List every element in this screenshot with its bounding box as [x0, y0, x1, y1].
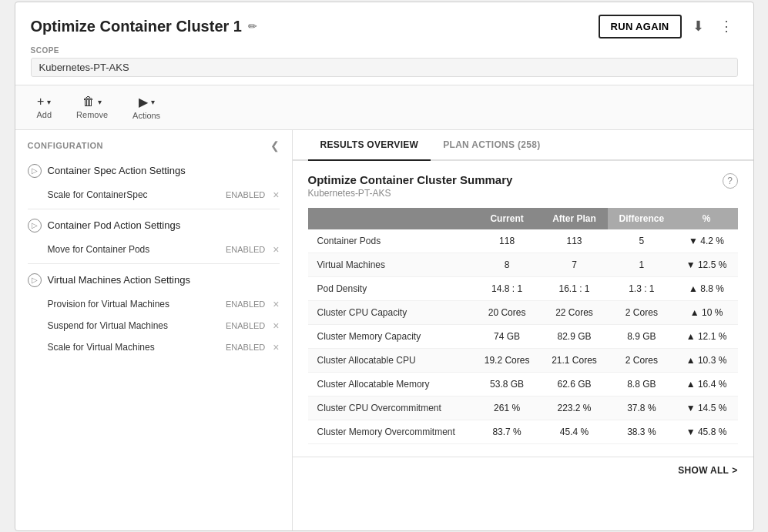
- cell-current: 53.8 GB: [473, 372, 540, 396]
- summary-table: Current After Plan Difference % Containe…: [308, 208, 738, 444]
- cell-after: 113: [541, 229, 608, 253]
- cell-current: 83.7 %: [473, 420, 540, 443]
- remove-item-button[interactable]: ×: [273, 342, 279, 353]
- tab-results-overview[interactable]: RESULTS OVERVIEW: [308, 130, 431, 161]
- cell-diff: 2 Cores: [608, 348, 675, 372]
- section-header-container-pod[interactable]: ▷ Container Pod Action Settings: [15, 212, 292, 239]
- cell-pct: ▼ 12.5 %: [676, 253, 738, 276]
- actions-icon: ▶: [139, 95, 148, 109]
- collapse-button[interactable]: ❮: [270, 139, 280, 152]
- edit-icon[interactable]: ✏: [248, 20, 257, 32]
- summary-subtitle: Kubernetes-PT-AKS: [308, 188, 513, 199]
- actions-button[interactable]: ▶ ▾ Actions: [126, 92, 166, 123]
- cell-metric: Cluster CPU Capacity: [308, 300, 474, 324]
- item-name-scale-vm: Scale for Virtual Machines: [48, 342, 155, 353]
- table-body: Container Pods1181135▼ 4.2 %Virtual Mach…: [308, 229, 738, 444]
- section-virtual-machines: ▷ Virtual Machines Action Settings Provi…: [15, 267, 292, 358]
- section-container-pod: ▷ Container Pod Action Settings Move for…: [15, 212, 292, 260]
- cell-metric: Cluster Memory Capacity: [308, 324, 474, 348]
- scope-label: SCOPE: [31, 46, 738, 55]
- remove-item-button[interactable]: ×: [273, 244, 279, 255]
- actions-label: Actions: [132, 111, 160, 120]
- enabled-badge: ENABLED: [226, 299, 265, 309]
- table-row: Cluster CPU Capacity20 Cores22 Cores2 Co…: [308, 300, 738, 324]
- section-icon-container-spec: ▷: [28, 164, 42, 178]
- cell-diff: 1: [608, 253, 675, 276]
- list-item: Provision for Virtual Machines ENABLED ×: [15, 293, 292, 315]
- run-again-button[interactable]: RUN AGAIN: [599, 15, 682, 38]
- item-name-provision-vm: Provision for Virtual Machines: [48, 299, 170, 309]
- show-all-button[interactable]: SHOW ALL >: [678, 465, 737, 476]
- cell-after: 82.9 GB: [541, 324, 608, 348]
- col-header-after: After Plan: [541, 208, 608, 229]
- section-header-virtual-machines[interactable]: ▷ Virtual Machines Action Settings: [15, 267, 292, 293]
- cell-diff: 5: [608, 229, 675, 253]
- item-name-move-containerpods: Move for Container Pods: [48, 244, 150, 255]
- cell-current: 20 Cores: [473, 300, 540, 324]
- section-container-spec: ▷ Container Spec Action Settings Scale f…: [15, 158, 292, 206]
- enabled-badge: ENABLED: [226, 245, 265, 254]
- list-item: Move for Container Pods ENABLED ×: [15, 239, 292, 260]
- cell-pct: ▲ 10.3 %: [676, 348, 738, 372]
- remove-item-button[interactable]: ×: [273, 320, 279, 331]
- summary: Optimize Container Cluster Summary Kuber…: [293, 161, 753, 457]
- cell-diff: 38.3 %: [608, 420, 675, 443]
- cell-pct: ▼ 45.8 %: [676, 420, 738, 443]
- enabled-badge: ENABLED: [226, 190, 265, 199]
- scope-section: SCOPE Kubernetes-PT-AKS: [31, 46, 738, 77]
- table-row: Cluster CPU Overcommitment261 %223.2 %37…: [308, 396, 738, 420]
- section-icon-container-pod: ▷: [28, 219, 42, 233]
- col-header-current: Current: [473, 208, 540, 229]
- tab-plan-actions[interactable]: PLAN ACTIONS (258): [431, 130, 552, 161]
- cell-pct: ▼ 4.2 %: [676, 229, 738, 253]
- cell-metric: Pod Density: [308, 276, 474, 300]
- content: CONFIGURATION ❮ ▷ Container Spec Action …: [15, 130, 753, 530]
- table-row: Container Pods1181135▼ 4.2 %: [308, 229, 738, 253]
- cell-current: 14.8 : 1: [473, 276, 540, 300]
- remove-item-button[interactable]: ×: [273, 299, 279, 309]
- section-header-container-spec[interactable]: ▷ Container Spec Action Settings: [15, 158, 292, 184]
- cell-metric: Cluster Allocatable Memory: [308, 372, 474, 396]
- cell-pct: ▲ 8.8 %: [676, 276, 738, 300]
- summary-title: Optimize Container Cluster Summary: [308, 173, 513, 186]
- cell-current: 19.2 Cores: [473, 348, 540, 372]
- add-button[interactable]: + ▾ Add: [31, 92, 59, 122]
- remove-item-button[interactable]: ×: [273, 189, 279, 200]
- page-title: Optimize Container Cluster 1: [31, 18, 243, 35]
- table-row: Cluster Memory Overcommitment83.7 %45.4 …: [308, 420, 738, 443]
- col-header-pct: %: [676, 208, 738, 229]
- list-item: Scale for ContainerSpec ENABLED ×: [15, 184, 292, 206]
- cell-current: 74 GB: [473, 324, 540, 348]
- cell-pct: ▲ 10 %: [676, 300, 738, 324]
- cell-pct: ▲ 12.1 %: [676, 324, 738, 348]
- remove-button[interactable]: 🗑 ▾ Remove: [70, 92, 114, 122]
- more-options-button[interactable]: ⋮: [715, 15, 738, 38]
- cell-metric: Container Pods: [308, 229, 474, 253]
- cell-diff: 1.3 : 1: [608, 276, 675, 300]
- cell-diff: 8.8 GB: [608, 372, 675, 396]
- header-actions: RUN AGAIN ⬇ ⋮: [599, 15, 738, 38]
- table-row: Pod Density14.8 : 116.1 : 11.3 : 1▲ 8.8 …: [308, 276, 738, 300]
- show-all-row: SHOW ALL >: [293, 457, 753, 483]
- col-header-difference: Difference: [608, 208, 675, 229]
- cell-pct: ▼ 14.5 %: [676, 396, 738, 420]
- list-item: Scale for Virtual Machines ENABLED ×: [15, 336, 292, 358]
- section-title-container-spec: Container Spec Action Settings: [48, 165, 186, 176]
- cell-after: 45.4 %: [541, 420, 608, 443]
- right-panel: RESULTS OVERVIEW PLAN ACTIONS (258) Opti…: [293, 130, 753, 530]
- cell-diff: 37.8 %: [608, 396, 675, 420]
- list-item: Suspend for Virtual Machines ENABLED ×: [15, 315, 292, 336]
- help-icon[interactable]: ?: [723, 173, 738, 189]
- cell-diff: 2 Cores: [608, 300, 675, 324]
- tabs: RESULTS OVERVIEW PLAN ACTIONS (258): [293, 130, 753, 161]
- cell-current: 261 %: [473, 396, 540, 420]
- table-row: Cluster Memory Capacity74 GB82.9 GB8.9 G…: [308, 324, 738, 348]
- col-header-metric: [308, 208, 474, 229]
- cell-after: 62.6 GB: [541, 372, 608, 396]
- cell-after: 223.2 %: [541, 396, 608, 420]
- cell-after: 7: [541, 253, 608, 276]
- table-row: Virtual Machines871▼ 12.5 %: [308, 253, 738, 276]
- cell-after: 21.1 Cores: [541, 348, 608, 372]
- enabled-badge: ENABLED: [226, 343, 265, 352]
- download-button[interactable]: ⬇: [688, 15, 709, 38]
